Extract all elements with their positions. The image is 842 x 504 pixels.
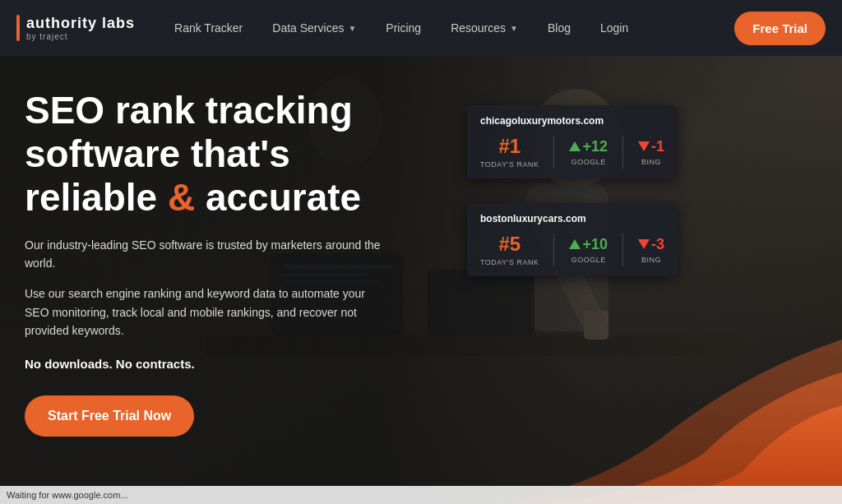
- down-triangle-icon: [638, 239, 650, 249]
- hero-content: SEO rank tracking software that's reliab…: [0, 56, 842, 504]
- rank-card-1-stats: #1 TODAY'S RANK +12 GOOGLE -1: [480, 135, 664, 169]
- hero-description: Use our search engine ranking and keywor…: [25, 284, 386, 340]
- rank-card-2-google: +10 GOOGLE: [569, 236, 608, 264]
- rank-card-2-divider1: [553, 234, 554, 266]
- logo-main: authority labs: [26, 15, 135, 32]
- up-triangle-icon: [569, 239, 581, 249]
- hero-section: SEO rank tracking software that's reliab…: [0, 56, 842, 504]
- rank-card-1-bing: -1 BING: [638, 138, 664, 166]
- rank-card-1-domain: chicagoluxurymotors.com: [480, 115, 664, 127]
- rank-card-1-divider2: [622, 136, 623, 169]
- rank-card-2-rank-value: #5: [498, 233, 520, 256]
- nav-links: Rank Tracker Data Services ▼ Pricing Res…: [160, 0, 734, 56]
- rank-card-2-bing: -3 BING: [638, 236, 664, 264]
- rank-card-1-bing-label: BING: [641, 158, 661, 166]
- logo-text: authority labs by traject: [26, 15, 135, 41]
- rank-card-1-bing-value: -1: [638, 138, 664, 155]
- down-triangle-icon: [638, 141, 650, 151]
- rank-card-2-google-label: GOOGLE: [571, 256, 606, 264]
- hero-subtitle: Our industry-leading SEO software is tru…: [25, 236, 386, 273]
- navbar: authority labs by traject Rank Tracker D…: [0, 0, 842, 56]
- rank-card-2-bing-label: BING: [641, 256, 661, 264]
- rank-card-1-rank-label: TODAY'S RANK: [480, 160, 539, 169]
- rank-card-1-google-value: +12: [569, 138, 608, 155]
- free-trial-button[interactable]: Free Trial: [734, 12, 826, 45]
- rank-card-1-google-label: GOOGLE: [571, 158, 606, 166]
- rank-card-2-google-value: +10: [569, 236, 608, 253]
- rank-card-1: chicagoluxurymotors.com #1 TODAY'S RANK …: [467, 105, 678, 178]
- nav-rank-tracker[interactable]: Rank Tracker: [160, 0, 257, 56]
- nav-data-services[interactable]: Data Services ▼: [257, 0, 371, 56]
- logo[interactable]: authority labs by traject: [16, 15, 135, 41]
- rank-card-1-rank-value: #1: [498, 135, 520, 158]
- chevron-down-icon: ▼: [348, 24, 356, 33]
- rank-card-2-rank-label: TODAY'S RANK: [480, 258, 539, 266]
- nav-pricing[interactable]: Pricing: [371, 0, 436, 56]
- chevron-down-icon: ▼: [510, 24, 518, 33]
- nav-login[interactable]: Login: [585, 0, 643, 56]
- rank-cards-container: chicagoluxurymotors.com #1 TODAY'S RANK …: [467, 105, 678, 276]
- rank-card-1-google: +12 GOOGLE: [569, 138, 608, 166]
- logo-sub: by traject: [26, 32, 135, 41]
- hero-title: SEO rank tracking software that's reliab…: [25, 89, 452, 220]
- logo-bar-accent: [16, 15, 20, 41]
- rank-card-1-divider1: [553, 136, 554, 169]
- nav-blog[interactable]: Blog: [533, 0, 585, 56]
- hero-no-downloads: No downloads. No contracts.: [25, 357, 817, 371]
- rank-card-2-stats: #5 TODAY'S RANK +10 GOOGLE -3: [480, 233, 664, 266]
- rank-card-2-rank: #5 TODAY'S RANK: [480, 233, 539, 266]
- rank-card-2-domain: bostonluxurycars.com: [480, 213, 664, 224]
- browser-status-bar: Waiting for www.google.com...: [0, 486, 842, 504]
- start-trial-button[interactable]: Start Free Trial Now: [25, 395, 194, 437]
- rank-card-2-divider2: [622, 234, 623, 266]
- nav-resources[interactable]: Resources ▼: [436, 0, 533, 56]
- rank-card-2-bing-value: -3: [638, 236, 664, 253]
- rank-card-1-rank: #1 TODAY'S RANK: [480, 135, 539, 169]
- status-text: Waiting for www.google.com...: [7, 490, 128, 500]
- up-triangle-icon: [569, 141, 581, 151]
- hero-ampersand: &: [168, 176, 195, 219]
- rank-card-2: bostonluxurycars.com #5 TODAY'S RANK +10…: [467, 203, 678, 276]
